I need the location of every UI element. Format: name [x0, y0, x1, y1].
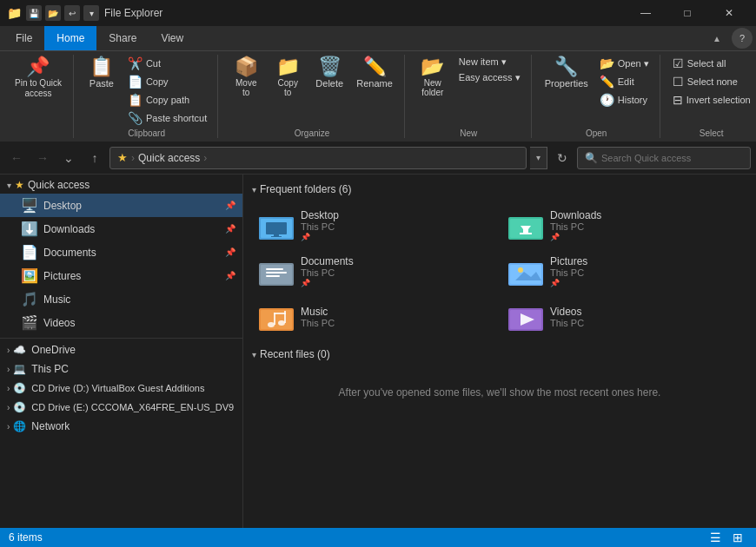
recent-files-header[interactable]: ▾ Recent files (0) [252, 348, 747, 360]
tab-share[interactable]: Share [96, 26, 149, 50]
list-view-button[interactable]: ☰ [706, 528, 725, 547]
folder-item-pictures[interactable]: Pictures This PC 📌 [501, 250, 747, 293]
pictures-label: Pictures [43, 270, 225, 282]
sidebar-item-music[interactable]: 🎵 Music [0, 287, 242, 311]
sidebar-quick-access-header[interactable]: ▾ ★ Quick access [0, 176, 242, 194]
folder-pin-downloads: 📌 [550, 233, 601, 241]
forward-button[interactable]: → [31, 147, 54, 169]
folder-sub-pictures: This PC [550, 267, 587, 278]
cut-button[interactable]: ✂️ Cut [124, 55, 210, 72]
sidebar-item-downloads[interactable]: ⬇️ Downloads 📌 [0, 217, 242, 241]
folder-info-desktop: Desktop This PC 📌 [301, 209, 339, 241]
refresh-button[interactable]: ↻ [551, 147, 574, 169]
sidebar-network-header[interactable]: › 🌐 Network [0, 417, 242, 436]
up-button[interactable]: ↑ [83, 147, 106, 169]
title-undo-icon[interactable]: ↩ [64, 5, 80, 21]
sidebar-cddrive-e-header[interactable]: › 💿 CD Drive (E:) CCCOMA_X64FRE_EN-US_DV… [0, 398, 242, 417]
copy-to-button[interactable]: 📁 Copyto [269, 55, 307, 100]
rename-label: Rename [356, 78, 393, 89]
sidebar-onedrive-header[interactable]: › ☁️ OneDrive [0, 340, 242, 359]
tab-file[interactable]: File [3, 26, 44, 50]
search-box[interactable]: 🔍 [577, 147, 751, 169]
maximize-button[interactable]: □ [667, 0, 707, 26]
tab-home[interactable]: Home [44, 26, 96, 50]
folder-item-desktop[interactable]: Desktop This PC 📌 [252, 204, 498, 247]
easy-access-button[interactable]: Easy access ▾ [455, 70, 524, 85]
new-group-label: New [460, 127, 477, 138]
select-all-button[interactable]: ☑ Select all [669, 55, 754, 72]
sidebar-item-desktop[interactable]: 🖥️ Desktop 📌 [0, 194, 242, 217]
folder-item-documents[interactable]: Documents This PC 📌 [252, 250, 498, 293]
folder-item-downloads[interactable]: Downloads This PC 📌 [501, 204, 747, 247]
address-separator: › [131, 152, 135, 164]
history-button[interactable]: 🕐 History [596, 91, 653, 109]
move-to-button[interactable]: 📦 Moveto [227, 55, 265, 100]
tab-view[interactable]: View [149, 26, 196, 50]
paste-label: Paste [90, 78, 114, 89]
title-save-icon[interactable]: 💾 [26, 5, 42, 21]
paste-button[interactable]: 📋 Paste [83, 55, 121, 91]
folder-info-documents: Documents This PC 📌 [301, 255, 354, 287]
address-path: Quick access [138, 152, 200, 164]
folder-sub-downloads: This PC [550, 221, 601, 232]
paste-shortcut-button[interactable]: 📎 Paste shortcut [124, 109, 210, 127]
search-input[interactable] [601, 153, 743, 163]
title-dropdown-icon[interactable]: ▾ [83, 5, 99, 21]
copy-button[interactable]: 📄 Copy [124, 73, 210, 90]
address-dropdown-button[interactable]: ▾ [530, 147, 547, 169]
folder-icon-pictures [508, 256, 543, 287]
properties-label: Properties [545, 78, 588, 89]
view-buttons: ☰ ⊞ [706, 528, 747, 547]
new-item-button[interactable]: New item ▾ [455, 55, 524, 69]
new-folder-button[interactable]: 📂 Newfolder [414, 55, 452, 100]
app-icon: 📁 [7, 6, 21, 20]
folder-grid: Desktop This PC 📌 Downloads This PC [252, 204, 747, 338]
back-button[interactable]: ← [5, 147, 28, 169]
ribbon-expand-icon[interactable]: ▲ [713, 34, 721, 43]
title-folder-icon[interactable]: 📂 [45, 5, 61, 21]
grid-view-button[interactable]: ⊞ [728, 528, 747, 547]
sidebar-item-videos[interactable]: 🎬 Videos [0, 311, 242, 334]
cut-icon: ✂️ [128, 56, 143, 70]
recent-locations-button[interactable]: ⌄ [57, 147, 80, 169]
sidebar-thispc-header[interactable]: › 💻 This PC [0, 359, 242, 379]
address-input[interactable]: ★ › Quick access › [109, 147, 527, 169]
downloads-icon: ⬇️ [21, 221, 38, 237]
svg-point-19 [518, 267, 523, 273]
main-area: ▾ ★ Quick access 🖥️ Desktop 📌 ⬇️ Downloa… [0, 175, 756, 528]
folder-pin-pictures: 📌 [550, 279, 587, 287]
properties-button[interactable]: 🔧 Properties [540, 55, 593, 91]
delete-button[interactable]: 🗑️ Delete [310, 55, 348, 91]
network-chevron: › [7, 422, 10, 432]
select-all-icon: ☑ [673, 56, 684, 70]
folder-item-videos[interactable]: Videos This PC [501, 296, 747, 338]
frequent-folders-header[interactable]: ▾ Frequent folders (6) [252, 183, 747, 195]
copy-path-button[interactable]: 📋 Copy path [124, 91, 210, 109]
folder-info-music: Music This PC [301, 306, 335, 328]
ribbon-group-pin: 📌 Pin to Quickaccess [3, 55, 74, 138]
rename-button[interactable]: ✏️ Rename [352, 55, 397, 91]
new-group-items: 📂 Newfolder New item ▾ Easy access ▾ [414, 55, 524, 127]
folder-sub-music: This PC [301, 318, 335, 328]
ribbon-group-open: 🔧 Properties 📂 Open ▾ ✏️ Edit 🕐 History … [534, 55, 660, 138]
sidebar-cddrive-d-header[interactable]: › 💿 CD Drive (D:) VirtualBox Guest Addit… [0, 379, 242, 398]
folder-item-music[interactable]: Music This PC [252, 296, 498, 338]
quick-access-toolbar: 💾 📂 ↩ ▾ [26, 5, 99, 21]
sidebar-item-documents[interactable]: 📄 Documents 📌 [0, 241, 242, 264]
open-col: 📂 Open ▾ ✏️ Edit 🕐 History [596, 55, 653, 109]
sidebar-item-pictures[interactable]: 🖼️ Pictures 📌 [0, 264, 242, 287]
minimize-button[interactable]: — [626, 0, 666, 26]
open-button[interactable]: 📂 Open ▾ [596, 55, 653, 72]
close-button[interactable]: ✕ [709, 0, 749, 26]
select-none-button[interactable]: ☐ Select none [669, 73, 754, 90]
help-button[interactable]: ? [732, 28, 753, 49]
invert-selection-button[interactable]: ⊟ Invert selection [669, 91, 754, 109]
status-bar: 6 items ☰ ⊞ [0, 528, 756, 547]
pin-to-quick-access-button[interactable]: 📌 Pin to Quickaccess [10, 55, 66, 102]
folder-icon-downloads [508, 210, 543, 241]
music-icon: 🎵 [21, 291, 38, 307]
edit-button[interactable]: ✏️ Edit [596, 73, 653, 90]
svg-point-24 [278, 320, 285, 326]
thispc-label: This PC [31, 363, 69, 375]
clipboard-group-label: Clipboard [128, 127, 165, 138]
